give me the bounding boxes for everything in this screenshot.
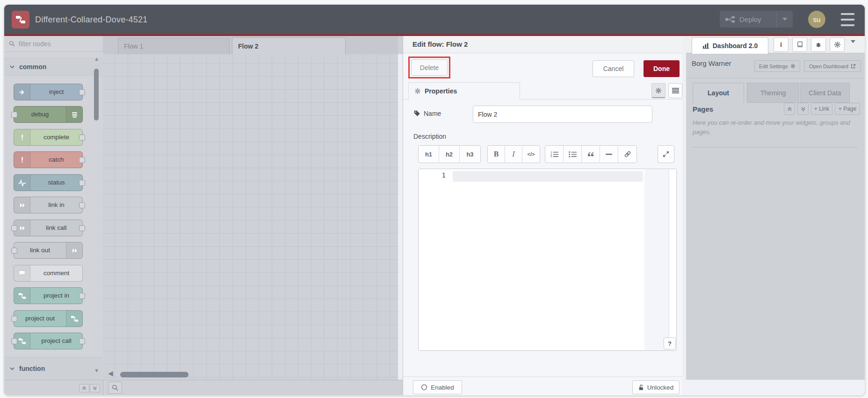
palette-category-function[interactable]: function [4,357,102,380]
double-chevron-up-icon [82,386,87,391]
tab-client-data[interactable]: Client Data [800,83,850,103]
output-port [79,202,85,208]
palette-node-comment[interactable]: comment [14,265,83,282]
sidebar-toolbar-divider [686,78,865,78]
input-port [11,338,17,344]
output-port [79,338,85,344]
tab-theming[interactable]: Theming [747,83,799,103]
editor-line-number: 1 [419,171,446,179]
palette-scroll-up-icon[interactable]: ▲ [94,56,99,62]
code-button[interactable]: </> [522,146,540,163]
canvas-vertical-scrollbar[interactable] [398,54,403,380]
tab-properties[interactable]: Properties [408,82,520,100]
sidebar-resize-handle[interactable] [682,36,686,380]
canvas-horizontal-scrollbar-thumb[interactable] [120,372,188,377]
palette-expand-all-button[interactable] [90,384,100,392]
tab-layout[interactable]: Layout [693,83,744,103]
hamburger-icon [841,13,854,15]
italic-button[interactable]: I [505,146,522,163]
link-button[interactable] [618,146,637,163]
palette-node-status[interactable]: status [14,174,83,191]
cancel-button[interactable]: Cancel [593,60,634,77]
double-chevron-down-icon [93,386,97,391]
edit-settings-button[interactable]: Edit Settings [754,60,800,72]
h3-button[interactable]: h3 [460,146,480,163]
description-label: Description [413,133,446,140]
palette-search[interactable]: filter nodes [4,36,102,52]
zoom-button[interactable] [108,382,122,394]
h2-button[interactable]: h2 [439,146,460,163]
edit-properties-view-button[interactable] [651,83,665,98]
node-red-logo-icon [12,11,29,28]
info-icon: i [780,41,782,49]
palette-scrollbar-thumb[interactable] [94,69,99,121]
input-port [11,316,17,322]
palette-scroll-down-icon[interactable]: ▼ [94,368,99,373]
canvas-scroll-left-icon[interactable]: ◀ [108,370,113,377]
flow-enabled-toggle[interactable]: Enabled [413,380,462,394]
open-dashboard-button[interactable]: Open Dashboard [804,60,861,72]
expand-button-group [658,145,674,163]
unlock-icon [638,384,644,391]
add-link-button[interactable]: + Link [811,103,832,115]
deploy-options-button[interactable] [776,11,793,28]
description-view-button[interactable] [668,83,682,98]
editor-scroll-area[interactable] [644,170,669,350]
h1-button[interactable]: h1 [419,146,439,163]
palette-collapse-all-button[interactable] [79,384,89,392]
sidebar-tabs-menu-button[interactable] [851,43,855,51]
palette-node-project-call[interactable]: project call [14,333,83,349]
palette-search-placeholder: filter nodes [19,40,51,48]
search-icon [9,41,15,47]
horizontal-rule-button[interactable] [600,146,618,163]
done-button[interactable]: Done [644,60,680,77]
gear-icon [655,87,662,94]
pages-expand-all-button[interactable] [797,103,809,115]
deploy-button[interactable]: Deploy [720,11,793,28]
tag-icon [413,110,420,117]
dialog-footer-divider [403,377,683,377]
palette-node-link-call[interactable]: link call [14,220,83,236]
dashboard-project-name: Borg Warner [692,59,731,67]
description-editor[interactable]: 1 ? [418,169,677,351]
palette-node-project-in[interactable]: project in [14,287,83,304]
sidebar-tab-config-button[interactable] [830,37,845,52]
pages-collapse-all-button[interactable] [784,103,795,115]
flow-lock-toggle[interactable]: Unlocked [632,380,680,394]
heading-button-group: h1 h2 h3 [418,145,481,163]
sidebar-tab-info-button[interactable]: i [774,37,788,52]
palette-node-debug[interactable]: debug [14,106,83,123]
inject-arrow-icon [14,84,30,100]
unordered-list-button[interactable] [564,146,582,163]
palette-node-complete[interactable]: complete [14,129,83,146]
sidebar-tab-dashboard[interactable]: Dashboard 2.0 [692,37,768,54]
tab-flow-1[interactable]: Flow 1 [118,38,230,54]
gear-icon [414,88,421,94]
quote-button[interactable] [582,146,600,163]
palette-node-inject[interactable]: inject [14,84,83,100]
editor-help-button[interactable]: ? [664,337,676,349]
node-red-icon [14,288,30,304]
add-page-button[interactable]: + Page [835,103,860,115]
flow-canvas[interactable] [103,54,398,380]
palette-node-catch[interactable]: catch [14,151,83,168]
sidebar-tab-help-button[interactable] [792,37,807,52]
user-avatar[interactable]: su [808,11,825,28]
link-arrow-icon [14,197,30,213]
palette-node-link-in[interactable]: link in [14,197,83,213]
chevron-down-icon [10,65,14,69]
expand-editor-button[interactable] [658,146,674,163]
pulse-icon [14,175,30,191]
category-label: common [19,63,46,71]
palette-category-common[interactable]: common [4,58,102,76]
palette-node-link-out[interactable]: link out [14,242,83,259]
delete-button[interactable]: Delete [411,59,448,76]
flow-name-input[interactable] [473,106,652,123]
bold-button[interactable]: B [488,146,505,163]
main-menu-button[interactable] [841,13,854,26]
ordered-list-button[interactable]: 123 [545,146,564,163]
tab-flow-2[interactable]: Flow 2 [232,37,346,54]
palette-node-project-out[interactable]: project out [14,310,83,327]
double-chevron-up-icon [787,107,792,112]
sidebar-tab-debug-button[interactable] [811,37,826,52]
